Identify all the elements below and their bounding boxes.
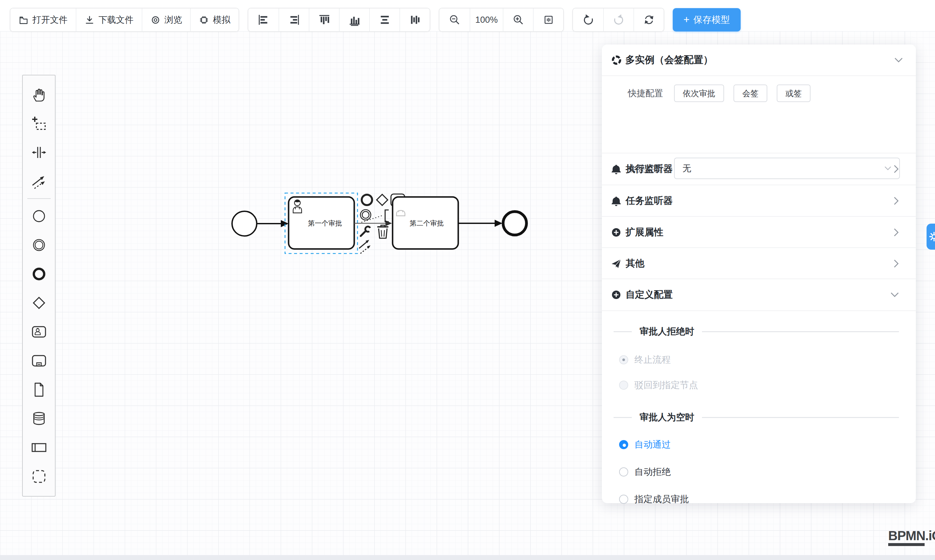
create-start-event[interactable] [24,202,54,231]
preview-label: 浏览 [165,15,182,25]
create-gateway[interactable] [24,288,54,317]
create-end-event[interactable] [24,259,54,288]
bell-icon [611,195,621,206]
quick-config-orsign-button[interactable]: 或签 [777,85,810,102]
redo-button[interactable] [603,8,634,31]
create-subprocess[interactable] [24,346,54,375]
preview-icon [151,15,160,25]
radio-button[interactable] [619,440,628,449]
quick-config-countersign-button[interactable]: 会签 [734,85,767,102]
global-connect-icon [31,174,47,189]
zoom-in-button[interactable] [503,8,533,31]
align-top-button[interactable] [309,8,339,31]
append-intermediate-event-icon[interactable] [360,210,371,220]
section-task-listener[interactable]: 任务监听器 [602,185,916,217]
open-file-button[interactable]: 打开文件 [11,8,76,31]
append-end-event-icon[interactable] [362,195,372,205]
radio-button[interactable] [619,495,628,504]
create-data-store[interactable] [24,404,54,433]
annotation-connector-line [361,215,383,222]
end-event-shape[interactable] [503,212,526,235]
section-custom-config[interactable]: 自定义配置 [602,279,916,311]
align-left-icon [257,14,270,26]
undo-button[interactable] [573,8,603,31]
align-button-group [248,8,430,32]
preview-button[interactable]: 浏览 [142,8,190,31]
radio-auto-reject[interactable]: 自动拒绝 [602,464,916,480]
open-file-label: 打开文件 [32,15,68,25]
intermediate-event-icon [31,237,47,253]
align-right-button[interactable] [278,8,309,31]
radio-button[interactable] [619,381,628,390]
space-tool-icon [31,145,47,160]
align-middle-vertical-button[interactable] [400,8,430,31]
save-model-button[interactable]: + 保存模型 [673,8,741,32]
zoom-button-group: 100% [439,8,564,32]
create-participant-pool[interactable] [24,433,54,462]
settings-toggle-tab[interactable] [927,224,935,249]
divider [614,331,632,332]
hand-tool[interactable] [24,80,54,109]
create-group[interactable] [24,462,54,491]
section-extended-properties[interactable]: 扩展属性 [602,217,916,248]
align-bottom-button[interactable] [339,8,369,31]
start-event-shape[interactable] [232,211,257,236]
zoom-out-button[interactable] [439,8,470,31]
radio-auto-pass[interactable]: 自动通过 [602,437,916,453]
simulate-button[interactable]: 模拟 [190,8,238,31]
gear-icon [929,231,935,242]
gateway-icon [31,295,47,311]
file-button-group: 打开文件 下载文件 浏览 模拟 [10,8,239,32]
radio-button[interactable] [619,468,628,477]
task-first-approval[interactable]: 第一个审批 [289,197,354,249]
delete-trash-icon[interactable] [377,225,388,238]
panel-header[interactable]: 多实例（会签配置） [602,45,916,75]
align-center-horizontal-button[interactable] [369,8,400,31]
lasso-tool-icon [31,116,47,131]
append-gateway-icon[interactable] [377,194,388,205]
fit-viewport-button[interactable] [533,8,563,31]
toolbar: 打开文件 下载文件 浏览 模拟 [10,8,741,32]
create-user-task[interactable] [24,317,54,346]
section-execution-listener[interactable]: 执行监听器 [602,154,916,185]
space-tool[interactable] [24,138,54,167]
text-annotation-icon[interactable] [385,210,389,222]
participant-pool-icon [31,440,47,455]
lasso-tool[interactable] [24,109,54,138]
element-palette [22,75,55,497]
align-right-icon [288,14,300,26]
chevron-down-icon [890,292,899,297]
connect-arrow-icon[interactable] [359,240,371,254]
data-store-icon [31,411,47,426]
divider [614,417,632,418]
align-top-icon [318,14,331,26]
create-data-object[interactable] [24,375,54,404]
save-model-label: 保存模型 [694,14,730,26]
radio-button[interactable] [619,355,628,365]
approver-reject-title-row: 审批人拒绝时 [602,323,916,340]
task-second-approval[interactable]: 第二个审批 [392,197,458,249]
chevron-down-icon[interactable] [894,57,903,63]
download-file-button[interactable]: 下载文件 [76,8,142,31]
bell-icon [611,164,621,174]
chevron-right-icon [894,165,899,173]
plus-circle-icon [611,289,621,300]
create-intermediate-event[interactable] [24,231,54,259]
approver-reject-title: 审批人拒绝时 [640,325,694,338]
send-icon [611,258,621,269]
align-left-button[interactable] [248,8,278,31]
task-label: 第一个审批 [308,219,342,227]
radio-assign-member[interactable]: 指定成员审批 [602,491,916,507]
change-type-wrench-icon[interactable] [361,226,371,236]
section-other[interactable]: 其他 [602,248,916,279]
global-connect-tool[interactable] [24,167,54,195]
sequence-flow-3 [458,220,503,227]
radio-return-to-node[interactable]: 驳回到指定节点 [602,377,916,393]
radio-terminate-process[interactable]: 终止流程 [602,352,916,368]
quick-config-sequential-button[interactable]: 依次审批 [674,85,724,102]
restart-button[interactable] [634,8,664,31]
chevron-right-icon [894,197,899,205]
redo-icon [613,14,625,26]
data-object-icon [31,382,47,397]
group-icon [31,469,47,484]
